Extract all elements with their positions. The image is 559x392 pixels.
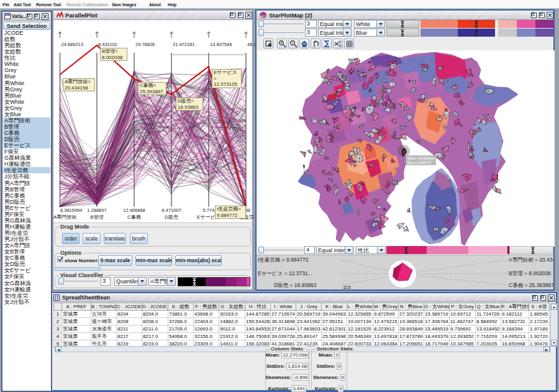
svg-text:White = 53.830064: White = 53.830064 xyxy=(407,157,435,160)
svg-text:Blue = 9.684772: Blue = 9.684772 xyxy=(407,161,431,165)
